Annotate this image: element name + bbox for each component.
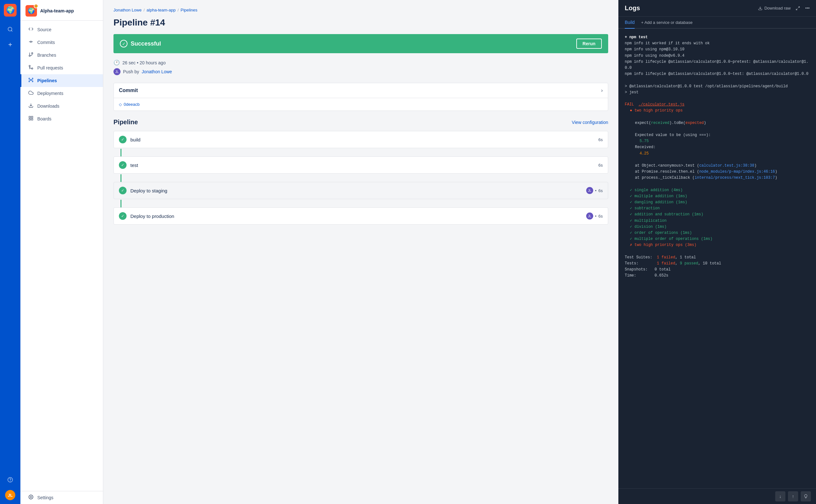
log-line: at Promise.resolve.then.el (node_modules… xyxy=(625,169,810,175)
sidebar-settings-section: Settings xyxy=(20,491,103,504)
more-options-button[interactable]: ••• xyxy=(805,6,810,11)
sidebar-item-branches[interactable]: Branches xyxy=(20,49,103,61)
svg-point-14 xyxy=(29,81,30,82)
step-meta-build: 6s xyxy=(598,137,603,142)
logs-content[interactable]: + npm test npm info it worked if it ends… xyxy=(618,29,816,488)
svg-rect-20 xyxy=(29,119,31,120)
scroll-up-button[interactable]: ↑ xyxy=(788,491,798,501)
logs-tab-build[interactable]: Build xyxy=(625,17,635,29)
log-line: at Object.<anonymous>.test (calculator.t… xyxy=(625,163,810,169)
breadcrumb-user[interactable]: Jonathon Lowe xyxy=(113,8,141,12)
logs-header-actions: Download raw ••• xyxy=(758,6,810,11)
sidebar-item-commits[interactable]: Commits xyxy=(20,36,103,49)
sidebar-item-commits-label: Commits xyxy=(37,40,55,45)
add-button[interactable] xyxy=(4,38,17,51)
main-content: Jonathon Lowe / alpha-team-app / Pipelin… xyxy=(103,0,618,504)
pipeline-section-header: Pipeline View configuration xyxy=(113,119,608,126)
breadcrumb-section[interactable]: Pipelines xyxy=(181,8,198,12)
svg-point-7 xyxy=(32,53,33,54)
boards-icon xyxy=(28,116,34,122)
download-raw-button[interactable]: Download raw xyxy=(758,6,791,11)
search-button[interactable] xyxy=(4,23,17,36)
download-raw-label: Download raw xyxy=(764,6,791,11)
step-connector-1 xyxy=(120,149,121,156)
author-link[interactable]: Jonathon Lowe xyxy=(142,69,172,74)
sidebar-item-source[interactable]: Source xyxy=(20,23,103,36)
log-line: ✓ division (1ms) xyxy=(625,224,810,230)
log-line: ✓ multiplication xyxy=(625,218,810,224)
log-line: > @atlassian/calculator@1.0.0 test /opt/… xyxy=(625,83,810,90)
svg-rect-18 xyxy=(31,116,33,118)
pipeline-section-label: Pipeline xyxy=(113,119,138,126)
expand-button[interactable] xyxy=(796,6,800,11)
logs-tab-add-service[interactable]: + Add a service or database xyxy=(641,17,693,29)
commit-card-header[interactable]: Commit › xyxy=(114,83,608,98)
pipeline-step-deploy-production[interactable]: ✓ Deploy to production JL • 6s xyxy=(113,207,608,225)
sidebar-item-deployments[interactable]: Deployments xyxy=(20,87,103,100)
step-time-test: 6s xyxy=(598,163,603,168)
deployments-icon xyxy=(28,90,34,97)
pipeline-step-deploy-staging[interactable]: ✓ Deploy to staging JL • 6s xyxy=(113,182,608,199)
author-avatar: JL xyxy=(113,68,120,75)
status-label: Successful xyxy=(131,40,161,47)
sidebar-item-branches-label: Branches xyxy=(37,53,56,58)
log-line: > jest xyxy=(625,90,810,96)
app-logo[interactable]: 🌍 xyxy=(4,4,17,17)
scroll-down-button[interactable]: ↓ xyxy=(775,491,785,501)
breadcrumb-sep-1: / xyxy=(143,8,145,12)
sidebar-item-pull-requests-label: Pull requests xyxy=(37,65,63,70)
log-line: ✓ multiple order of operations (1ms) xyxy=(625,236,810,242)
step-avatar-deploy-production: JL xyxy=(586,212,593,220)
svg-point-0 xyxy=(8,27,12,31)
step-name-deploy-production: Deploy to production xyxy=(130,213,582,219)
log-line: Test Suites: 1 failed, 1 total xyxy=(625,255,810,261)
pipeline-steps: ✓ build 6s ✓ test 6s ✓ Deploy to staging… xyxy=(113,131,608,225)
svg-point-10 xyxy=(29,65,30,67)
svg-point-13 xyxy=(32,78,33,79)
log-line: npm info using node@v6.9.4 xyxy=(625,53,810,59)
logs-tabs: Build + Add a service or database xyxy=(618,17,816,29)
commits-icon xyxy=(28,39,34,46)
log-line: ✓ dangling addition (1ms) xyxy=(625,199,810,205)
step-connector-3 xyxy=(120,200,121,207)
breadcrumb-repo[interactable]: alpha-team-app xyxy=(147,8,176,12)
log-line: ✓ subtraction xyxy=(625,205,810,212)
repo-icon: 🌍 🔒 xyxy=(25,5,37,17)
step-avatar-deploy-staging: JL xyxy=(586,187,593,194)
sidebar-item-deployments-label: Deployments xyxy=(37,91,63,96)
user-avatar[interactable]: JL xyxy=(5,490,15,500)
push-by-text: Push by xyxy=(123,69,139,74)
commit-chevron-icon: › xyxy=(601,88,603,93)
sidebar-settings-label: Settings xyxy=(37,495,54,500)
sidebar-item-pull-requests[interactable]: Pull requests xyxy=(20,61,103,74)
status-check-icon: ✓ xyxy=(120,40,127,47)
pull-requests-icon xyxy=(28,65,34,71)
step-dot-production: • xyxy=(595,214,597,219)
far-left-nav: 🌍 JL xyxy=(0,0,20,504)
log-line: 5.75 xyxy=(625,138,810,144)
step-name-deploy-staging: Deploy to staging xyxy=(130,188,582,193)
sidebar-item-settings[interactable]: Settings xyxy=(20,491,103,504)
commit-hash-icon: ◇ xyxy=(119,102,122,107)
logs-panel: Logs Download raw ••• Build + Add a serv… xyxy=(618,0,816,504)
lightbulb-button[interactable] xyxy=(801,491,811,501)
svg-point-21 xyxy=(30,496,32,498)
clock-icon: 🕐 xyxy=(113,60,120,66)
log-line-fail: FAIL ./calculator.test.js xyxy=(625,102,810,108)
pipeline-step-build[interactable]: ✓ build 6s xyxy=(113,131,608,148)
log-line: ✓ multiple addition (1ms) xyxy=(625,193,810,199)
sidebar-item-downloads[interactable]: Downloads xyxy=(20,100,103,112)
view-configuration-link[interactable]: View configuration xyxy=(572,120,608,125)
log-line: Received: xyxy=(625,144,810,150)
commit-hash-link[interactable]: 0deeacb xyxy=(124,102,140,107)
sidebar-item-boards[interactable]: Boards xyxy=(20,112,103,125)
svg-point-12 xyxy=(29,78,30,79)
step-meta-deploy-staging: JL • 6s xyxy=(586,187,603,194)
commit-card: Commit › ◇ 0deeacb xyxy=(113,83,608,111)
pipeline-step-test[interactable]: ✓ test 6s xyxy=(113,156,608,174)
step-time-deploy-production: 6s xyxy=(598,214,603,219)
help-button[interactable] xyxy=(4,473,17,486)
sidebar-item-pipelines[interactable]: Pipelines xyxy=(20,74,103,87)
rerun-button[interactable]: Rerun xyxy=(576,39,602,49)
step-dot-staging: • xyxy=(595,188,597,193)
